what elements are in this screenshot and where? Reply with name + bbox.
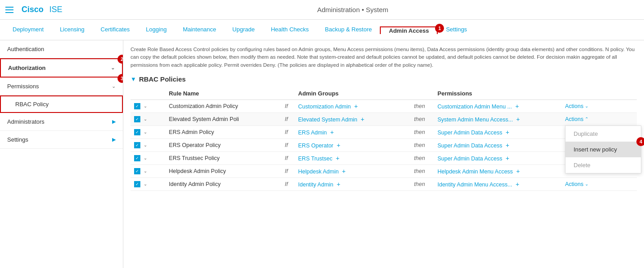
sidebar-item-administrators[interactable]: Administrators ▶ (0, 113, 123, 131)
row4-controls: ✓ ⌄ (131, 138, 165, 151)
row1-perm-link[interactable]: Customization Admin Menu ... (437, 104, 512, 110)
sidebar-item-rbac-policy[interactable]: RBAC Policy (0, 95, 123, 113)
row7-perm-link[interactable]: Identity Admin Menu Access... (437, 182, 512, 188)
tab-certificates[interactable]: Certificates (92, 20, 138, 40)
row2-checkbox[interactable]: ✓ (134, 116, 140, 122)
row6-group-link[interactable]: Helpdesk Admin (298, 169, 339, 175)
row7-perm-add[interactable]: + (516, 181, 519, 188)
rbac-table: Rule Name Admin Groups Permissions ✓ ⌄ C… (131, 87, 637, 191)
row5-perm-link[interactable]: Super Admin Data Access (437, 156, 502, 162)
row4-perm-link[interactable]: Super Admin Data Access (437, 143, 502, 149)
row3-group: ERS Admin + (295, 125, 411, 138)
row5-group-link[interactable]: ERS Trustsec (298, 156, 332, 162)
row3-perm-add[interactable]: + (506, 129, 509, 136)
row1-group-add[interactable]: + (354, 103, 358, 110)
tab-logging[interactable]: Logging (138, 20, 174, 40)
settings-chevron: ▶ (112, 137, 116, 143)
row3-perm-link[interactable]: Super Admin Data Access (437, 130, 502, 136)
row1-perm: Customization Admin Menu ... + (434, 99, 561, 112)
administrators-chevron: ▶ (112, 119, 116, 125)
sidebar-item-settings[interactable]: Settings ▶ (0, 131, 123, 149)
row1-actions-btn[interactable]: Actions ⌄ (565, 103, 633, 109)
hamburger-menu[interactable] (5, 7, 13, 13)
row2-group-add[interactable]: + (361, 116, 364, 123)
tab-deployment[interactable]: Deployment (4, 20, 52, 40)
col-header-controls (131, 87, 165, 100)
row1-checkbox[interactable]: ✓ (134, 103, 140, 109)
row3-then: then (410, 125, 434, 138)
row7-rule: Identity Admin Policy (165, 177, 282, 190)
col-header-actions (561, 87, 637, 100)
insert-badge: 4 (636, 137, 644, 146)
sidebar: Authentication Authorization ⌄ 2 Permiss… (0, 40, 123, 268)
dropdown-duplicate[interactable]: Duplicate (566, 126, 641, 142)
row6-expand[interactable]: ⌄ (144, 169, 147, 173)
row1-actions-chevron: ⌄ (585, 104, 588, 108)
row4-group: ERS Operator + (295, 138, 411, 151)
row5-perm-add[interactable]: + (506, 155, 509, 162)
row7-expand[interactable]: ⌄ (144, 182, 147, 186)
row6-rule: Helpdesk Admin Policy (165, 164, 282, 177)
row2-expand[interactable]: ⌄ (144, 117, 147, 121)
row3-expand[interactable]: ⌄ (144, 130, 147, 134)
sidebar-item-permissions[interactable]: Permissions ⌄ (0, 78, 123, 95)
row4-perm: Super Admin Data Access + (434, 138, 561, 151)
row3-group-add[interactable]: + (330, 129, 334, 136)
row6-group-add[interactable]: + (342, 168, 346, 175)
tab-maintenance[interactable]: Maintenance (175, 20, 224, 40)
row2-actions-btn[interactable]: Actions ⌃ (565, 116, 633, 122)
row5-checkbox[interactable]: ✓ (134, 155, 140, 161)
tab-licensing[interactable]: Licensing (52, 20, 92, 40)
row6-perm-link[interactable]: Helpdesk Admin Menu Access (437, 169, 513, 175)
col-header-perm: Permissions (434, 87, 561, 100)
row4-expand[interactable]: ⌄ (144, 143, 147, 147)
row6-perm: Helpdesk Admin Menu Access + (434, 164, 561, 177)
row2-perm-add[interactable]: + (516, 116, 520, 123)
row5-then: then (410, 151, 434, 164)
tab-health-checks[interactable]: Health Checks (263, 20, 317, 40)
sidebar-item-authorization[interactable]: Authorization ⌄ (0, 58, 123, 78)
row7-checkbox[interactable]: ✓ (134, 181, 140, 187)
row3-checkbox[interactable]: ✓ (134, 129, 140, 135)
dropdown-insert[interactable]: Insert new policy 4 (566, 142, 641, 157)
row6-controls: ✓ ⌄ (131, 164, 165, 177)
row4-group-link[interactable]: ERS Operator (298, 143, 334, 149)
logo: Cisco ISE (22, 5, 62, 14)
main-layout: Authentication Authorization ⌄ 2 Permiss… (0, 40, 644, 268)
row2-perm: System Admin Menu Access... + (434, 112, 561, 125)
row1-expand[interactable]: ⌄ (144, 104, 147, 108)
row1-controls: ✓ ⌄ (131, 99, 165, 112)
row3-group-link[interactable]: ERS Admin (298, 130, 327, 136)
row1-rule: Customization Admin Policy (165, 99, 282, 112)
row4-checkbox[interactable]: ✓ (134, 142, 140, 148)
section-header: ▼ RBAC Policies (131, 75, 637, 83)
tab-admin-access[interactable]: Admin Access (380, 26, 438, 34)
row6-perm-add[interactable]: + (516, 168, 520, 175)
tab-backup-restore[interactable]: Backup & Restore (317, 20, 380, 40)
row1-group-link[interactable]: Customization Admin (298, 104, 351, 110)
row4-perm-add[interactable]: + (506, 142, 509, 149)
row1-perm-add[interactable]: + (515, 103, 519, 110)
row2-then: then (410, 112, 434, 125)
row7-actions-btn[interactable]: Actions ⌄ (565, 181, 633, 187)
row7-group-link[interactable]: Identity Admin (298, 182, 334, 188)
sidebar-item-authentication[interactable]: Authentication (0, 40, 123, 58)
table-row: ✓ ⌄ ERS Operator Policy If ERS Operator … (131, 138, 637, 151)
row7-group-add[interactable]: + (337, 181, 340, 188)
row2-perm-link[interactable]: System Admin Menu Access... (437, 117, 513, 123)
row5-expand[interactable]: ⌄ (144, 156, 147, 160)
row2-group-link[interactable]: Elevated System Admin (298, 117, 357, 123)
row1-if: If (281, 99, 295, 112)
row7-then: then (410, 177, 434, 190)
row6-checkbox[interactable]: ✓ (134, 168, 140, 174)
row7-if: If (281, 177, 295, 190)
row5-group-add[interactable]: + (336, 155, 339, 162)
dropdown-delete[interactable]: Delete (566, 157, 641, 173)
tab-upgrade[interactable]: Upgrade (224, 20, 263, 40)
permissions-badge: 3 (117, 74, 123, 83)
row4-group-add[interactable]: + (337, 142, 340, 149)
row3-rule: ERS Admin Policy (165, 125, 282, 138)
row7-group: Identity Admin + (295, 177, 411, 190)
section-collapse-icon[interactable]: ▼ (131, 76, 136, 82)
sidebar-item-administrators-label: Administrators (7, 118, 44, 125)
